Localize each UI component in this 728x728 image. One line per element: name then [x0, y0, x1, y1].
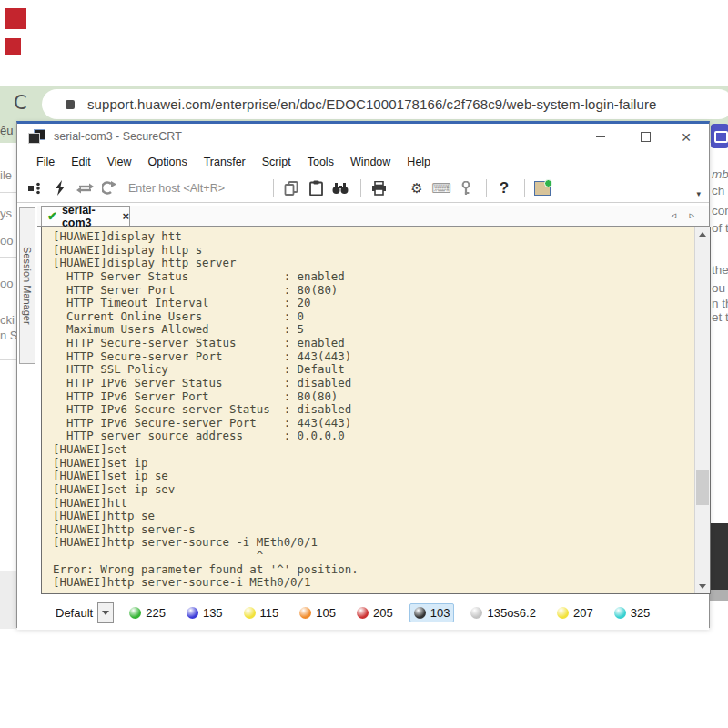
- session-item-105[interactable]: 105: [295, 603, 340, 622]
- scroll-down-icon[interactable]: [695, 580, 710, 593]
- session-color-ball: [129, 607, 141, 619]
- session-options-icon[interactable]: [25, 179, 46, 197]
- session-color-ball: [614, 607, 626, 619]
- session-label: 115: [260, 606, 279, 620]
- window-title: serial-com3 - SecureCRT: [54, 130, 182, 143]
- menu-item-tools[interactable]: Tools: [299, 156, 342, 168]
- session-item-207[interactable]: 207: [552, 603, 598, 622]
- tab-serial-com3[interactable]: ✔ serial-com3 ×: [41, 206, 130, 226]
- enter-host-placeholder: Enter host <Alt+R>: [128, 182, 225, 195]
- divider: [0, 359, 16, 360]
- toolbar-overflow-icon[interactable]: ▾: [696, 189, 701, 198]
- session-label: 135: [203, 606, 223, 620]
- terminal-scrollbar[interactable]: [694, 228, 710, 593]
- background-text-fragment: cki: [0, 313, 15, 327]
- background-text-fragment: oo: [0, 277, 13, 290]
- menu-item-view[interactable]: View: [99, 156, 140, 168]
- tab-scroll-right-icon[interactable]: ▹: [689, 209, 694, 221]
- red-marker-square: [5, 38, 21, 55]
- session-item-103-selected[interactable]: 103: [410, 603, 455, 622]
- session-item-225[interactable]: 225: [125, 603, 170, 622]
- menu-item-transfer[interactable]: Transfer: [196, 156, 254, 168]
- status-bar: Default 225 135 115 105 205 103 135os6: [17, 596, 709, 630]
- enter-host-field[interactable]: Enter host <Alt+R>: [128, 179, 267, 197]
- scrollbar-thumb[interactable]: [696, 470, 709, 505]
- background-text-fragment: et t: [712, 310, 728, 324]
- session-color-ball: [244, 607, 256, 619]
- session-color-ball: [357, 607, 369, 619]
- chevron-down-icon: [102, 611, 109, 615]
- terminal-area[interactable]: [HUAWEI]display htt [HUAWEI]display http…: [41, 227, 711, 594]
- key-icon[interactable]: [455, 179, 477, 197]
- session-item-115[interactable]: 115: [239, 603, 284, 622]
- session-color-ball: [557, 607, 569, 619]
- session-label: 105: [316, 606, 336, 620]
- terminal-output: [HUAWEI]display htt [HUAWEI]display http…: [53, 230, 359, 590]
- session-item-205[interactable]: 205: [352, 603, 398, 622]
- print-icon[interactable]: [368, 179, 389, 197]
- extension-icon[interactable]: [711, 124, 728, 148]
- menu-item-script[interactable]: Script: [254, 156, 299, 168]
- background-text-fragment: ou: [712, 281, 725, 295]
- background-text-fragment: of t: [712, 221, 728, 235]
- session-item-135[interactable]: 135: [182, 603, 228, 622]
- toolbar-separator: [360, 179, 361, 197]
- menu-item-file[interactable]: File: [28, 156, 63, 168]
- toolbar: Enter host <Alt+R> ⚙ ⌨ ?: [17, 174, 709, 203]
- session-label: 325: [631, 606, 651, 620]
- session-label: 207: [573, 606, 593, 620]
- disconnect-icon[interactable]: [98, 179, 120, 197]
- toolbar-separator: [486, 179, 487, 197]
- session-item-325[interactable]: 325: [610, 603, 655, 622]
- title-bar[interactable]: serial-com3 - SecureCRT ✕: [17, 124, 709, 150]
- divider: [0, 192, 16, 193]
- session-color-ball: [187, 607, 198, 619]
- divider: [712, 420, 728, 420]
- toolbar-separator: [524, 179, 525, 197]
- reconnect-loop-icon[interactable]: [74, 179, 96, 197]
- divider: [0, 257, 16, 258]
- session-item-135os6.2[interactable]: 135os6.2: [466, 603, 541, 622]
- copy-icon[interactable]: [280, 179, 302, 197]
- paste-clipboard-icon[interactable]: [305, 179, 327, 197]
- connected-check-icon: ✔: [47, 209, 57, 223]
- session-color-ball: [470, 607, 482, 619]
- menu-item-window[interactable]: Window: [342, 156, 399, 168]
- menu-item-edit[interactable]: Edit: [63, 156, 99, 168]
- profile-dropdown[interactable]: [97, 602, 114, 623]
- reload-icon[interactable]: C: [14, 92, 27, 114]
- menu-item-help[interactable]: Help: [399, 156, 439, 168]
- menu-item-options[interactable]: Options: [140, 156, 196, 168]
- quick-connect-lightning-icon[interactable]: [49, 179, 71, 197]
- background-text-fragment: con: [712, 204, 728, 217]
- session-color-ball: [414, 607, 426, 619]
- background-text-fragment: oo: [0, 234, 13, 248]
- background-text-fragment: ch: [712, 184, 724, 197]
- profile-label: Default: [56, 606, 93, 620]
- session-manager-tab[interactable]: Session Manager: [19, 207, 35, 364]
- tab-scroll-left-icon[interactable]: ◃: [671, 209, 676, 221]
- help-icon[interactable]: ?: [493, 179, 515, 197]
- browser-url-bar[interactable]: support.huawei.com/enterprise/en/doc/EDO…: [42, 89, 728, 119]
- scroll-up-icon[interactable]: [695, 228, 710, 241]
- tab-label: serial-com3: [62, 204, 116, 229]
- background-text-fragment: the: [712, 263, 728, 277]
- securecrt-app-icon: [28, 129, 45, 144]
- menu-bar: File Edit View Options Transfer Script T…: [17, 150, 709, 174]
- background-text-fragment: mb: [712, 167, 728, 181]
- minimize-button[interactable]: [585, 124, 616, 150]
- session-manager-toggle-icon[interactable]: [531, 179, 553, 197]
- session-label: 135os6.2: [487, 606, 536, 620]
- background-text-fragment: ys: [0, 207, 12, 220]
- extension-icon-glyph: [714, 131, 728, 143]
- options-gear-icon[interactable]: ⚙: [406, 179, 428, 197]
- maximize-button[interactable]: [630, 124, 661, 150]
- site-security-icon: [66, 100, 75, 109]
- find-binoculars-icon[interactable]: [329, 179, 351, 197]
- tab-close-icon[interactable]: ×: [122, 209, 129, 223]
- background-strip: [0, 571, 16, 629]
- tab-bar: ✔ serial-com3 × ◃ ▹: [37, 206, 709, 227]
- close-button[interactable]: ✕: [671, 124, 702, 150]
- background-block: [709, 523, 728, 590]
- keymap-keyboard-icon[interactable]: ⌨: [430, 179, 452, 197]
